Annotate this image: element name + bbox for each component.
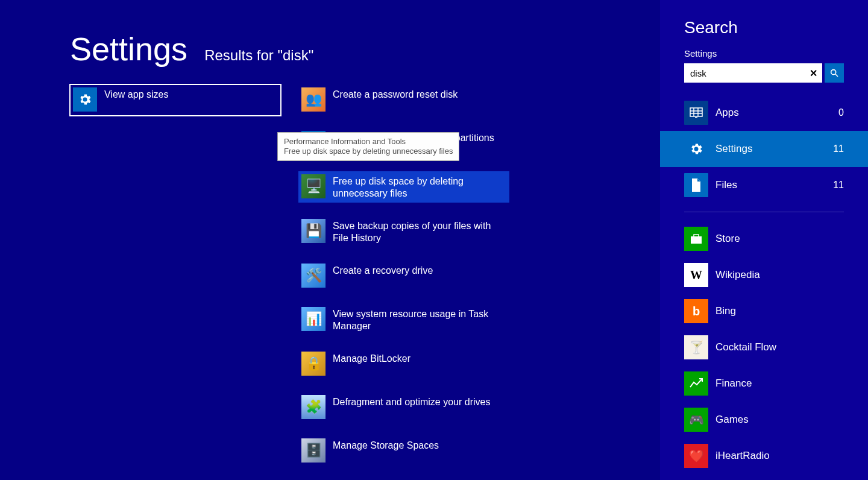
tooltip-body: Free up disk space by deleting unnecessa… [284,147,453,156]
category-label: Settings [715,143,826,155]
category-count: 0 [838,107,844,118]
category-apps[interactable]: Apps 0 [660,95,868,131]
app-label: Wikipedia [715,269,760,281]
result-label: Free up disk space by deleting unnecessa… [333,174,505,200]
category-settings[interactable]: Settings 11 [660,131,868,167]
svg-point-0 [831,70,836,75]
app-label: iHeartRadio [715,450,770,462]
search-button[interactable] [825,63,844,83]
divider [684,212,844,212]
search-app-finance[interactable]: Finance [660,365,868,402]
result-label: Create a password reset disk [333,87,458,101]
svg-line-1 [835,74,838,77]
result-label: Manage BitLocker [333,352,410,365]
result-view-app-sizes[interactable]: View app sizes [70,84,281,116]
result-label: View system resource usage in Task Manag… [333,307,505,332]
history-drive-icon: 💾 [301,219,326,243]
page-title: Settings [70,30,187,68]
svg-rect-2 [690,108,702,116]
storage-icon: 🗄️ [301,438,326,463]
bing-icon: b [684,299,708,323]
category-label: Apps [715,107,831,119]
search-scope: Settings [684,48,844,58]
apps-grid-icon [684,101,708,125]
category-label: Files [715,179,826,191]
result-label: Defragment and optimize your drives [333,395,490,408]
bitlocker-icon: 🔒 [301,352,326,376]
search-title: Search [684,18,844,37]
search-app-store[interactable]: Store [660,221,868,257]
wikipedia-icon: W [684,263,708,287]
defrag-icon: 🧩 [301,395,326,419]
app-label: Games [715,414,749,426]
result-bitlocker[interactable]: 🔒 Manage BitLocker [298,349,509,379]
cocktail-icon: 🍸 [684,335,708,359]
app-label: Finance [715,377,752,390]
result-task-manager[interactable]: 📊 View system resource usage in Task Man… [298,304,509,335]
search-input[interactable] [690,68,808,78]
result-label: Create a recovery drive [333,264,433,277]
search-icon [829,68,839,78]
monitor-icon: 🖥️ [301,174,326,198]
search-app-wikipedia[interactable]: W Wikipedia [660,257,868,293]
category-count: 11 [833,144,844,154]
category-count: 11 [833,180,844,191]
result-free-disk-space[interactable]: 🖥️ Free up disk space by deleting unnece… [298,171,509,203]
games-icon: 🎮 [684,408,708,432]
taskmgr-icon: 📊 [301,307,326,331]
gear-icon [73,87,97,112]
results-column-1: View app sizes [70,84,281,129]
clear-icon[interactable]: ✕ [808,68,819,79]
result-label: View app sizes [104,87,168,101]
search-app-bing[interactable]: b Bing [660,293,868,329]
search-row: ✕ [684,63,844,83]
result-password-reset-disk[interactable]: 👥 Create a password reset disk [298,84,509,115]
results-subtitle: Results for "disk" [204,47,313,64]
search-app-cocktail-flow[interactable]: 🍸 Cocktail Flow [660,329,868,365]
app-label: Bing [715,305,736,317]
recovery-icon: 🛠️ [301,264,326,288]
search-pane: Search Settings ✕ Apps 0 Settings 11 Fil… [660,0,868,480]
tooltip: Performance Information and Tools Free u… [277,132,459,161]
gear-icon [684,137,708,161]
file-icon [684,173,708,197]
result-defragment[interactable]: 🧩 Defragment and optimize your drives [298,392,509,422]
result-label: Save backup copies of your files with Fi… [333,219,505,244]
app-label: Store [715,233,740,245]
result-recovery-drive[interactable]: 🛠️ Create a recovery drive [298,261,509,291]
search-app-games[interactable]: 🎮 Games [660,402,868,438]
iheartradio-icon: ❤️ [684,444,708,468]
store-icon [684,227,708,251]
app-label: Cocktail Flow [715,341,776,353]
result-label: Manage Storage Spaces [333,438,439,452]
search-box: ✕ [684,63,822,83]
results-area: Settings Results for "disk" View app siz… [0,0,660,480]
header: Settings Results for "disk" [70,30,313,68]
result-file-history[interactable]: 💾 Save backup copies of your files with … [298,216,509,247]
users-icon: 👥 [301,87,326,112]
result-storage-spaces[interactable]: 🗄️ Manage Storage Spaces [298,435,509,466]
finance-icon [684,371,708,396]
search-app-iheartradio[interactable]: ❤️ iHeartRadio [660,438,868,474]
tooltip-title: Performance Information and Tools [284,137,453,147]
category-files[interactable]: Files 11 [660,167,868,203]
